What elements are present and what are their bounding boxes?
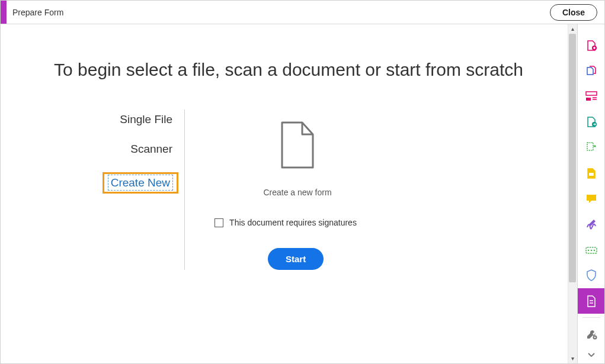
header-title: Prepare Form — [12, 8, 63, 17]
svg-point-10 — [590, 250, 591, 251]
tool-expand[interactable] — [578, 347, 605, 363]
file-icon — [209, 121, 386, 171]
app-header: Prepare Form Close — [1, 1, 604, 24]
signatures-checkbox[interactable] — [215, 218, 223, 227]
option-create-new[interactable]: Create New — [108, 175, 173, 191]
tool-redact[interactable] — [578, 237, 605, 263]
svg-point-9 — [587, 250, 588, 251]
tool-export-pdf[interactable] — [578, 109, 605, 135]
tool-more-tools[interactable] — [578, 321, 605, 347]
close-button[interactable]: Close — [550, 4, 597, 21]
signatures-checkbox-row: This document requires signatures — [197, 218, 374, 227]
main-area: ▴ ▾ To begin select a file, scan a docum… — [1, 24, 577, 363]
accent-bar — [1, 1, 7, 24]
tool-prepare-form[interactable] — [578, 288, 605, 314]
svg-rect-1 — [586, 92, 597, 95]
option-scanner[interactable]: Scanner — [42, 143, 172, 156]
scrollbar[interactable]: ▴ ▾ — [568, 24, 577, 363]
tool-fill-sign[interactable] — [578, 211, 605, 237]
form-selector: Single File Scanner Create New Create a … — [42, 109, 532, 270]
header-left: Prepare Form — [1, 1, 63, 24]
option-single-file[interactable]: Single File — [42, 113, 172, 126]
page-heading: To begin select a file, scan a document … — [54, 60, 532, 80]
scroll-down-icon[interactable]: ▾ — [569, 356, 575, 362]
signatures-checkbox-label: This document requires signatures — [229, 218, 357, 227]
option-highlight: Create New — [103, 172, 178, 194]
options-column: Single File Scanner Create New — [42, 109, 184, 270]
tool-rail — [577, 24, 604, 363]
tool-organize-pages[interactable] — [578, 135, 605, 160]
scrollbar-thumb[interactable] — [569, 34, 576, 282]
tool-protect[interactable] — [578, 263, 605, 288]
svg-point-11 — [593, 250, 594, 251]
tool-create-pdf[interactable] — [578, 33, 605, 58]
detail-caption: Create a new form — [209, 188, 386, 197]
tool-separator — [582, 317, 600, 318]
detail-column: Create a new form This document requires… — [184, 109, 532, 270]
tool-comment[interactable] — [578, 186, 605, 211]
svg-rect-6 — [587, 143, 593, 150]
tool-edit-pdf[interactable] — [578, 83, 605, 109]
start-button[interactable]: Start — [268, 248, 324, 270]
tool-combine-files[interactable] — [578, 58, 605, 83]
body: ▴ ▾ To begin select a file, scan a docum… — [1, 24, 604, 363]
svg-rect-7 — [589, 173, 594, 176]
main-content: To begin select a file, scan a document … — [1, 24, 568, 270]
scroll-up-icon[interactable]: ▴ — [569, 26, 575, 32]
tool-send-comments[interactable] — [578, 160, 605, 186]
svg-rect-2 — [586, 98, 591, 101]
